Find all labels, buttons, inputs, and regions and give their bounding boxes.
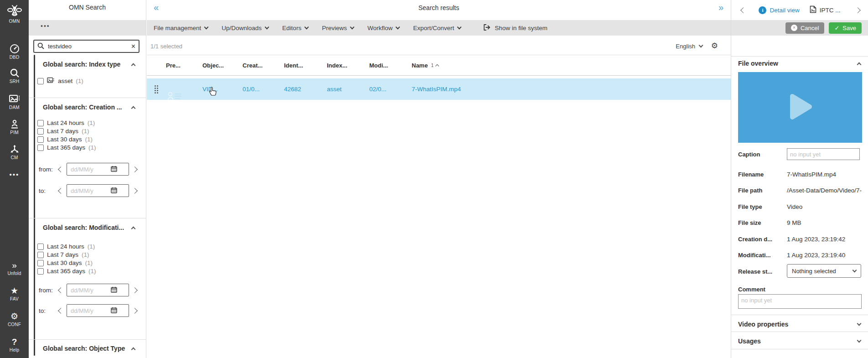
filter-last-365-days[interactable]: Last 365 days (1) (37, 268, 96, 275)
sidebar-more-button[interactable]: ••• (41, 22, 50, 30)
filter-last-7-days[interactable]: Last 7 days (1) (37, 251, 89, 258)
sidebar-scrollbar[interactable] (34, 55, 35, 356)
checkbox[interactable] (37, 260, 44, 266)
modification-to-input[interactable] (70, 307, 111, 315)
tab-detail-view[interactable]: i Detail view (759, 6, 799, 14)
menu-file-management[interactable]: File management (154, 25, 208, 31)
date-next-button[interactable] (130, 167, 140, 171)
next-tab-button[interactable] (856, 7, 860, 14)
cancel-button[interactable]: × Cancel (785, 22, 824, 34)
checkbox[interactable] (37, 128, 44, 135)
section-modification-date[interactable]: Global search: Modificati... (43, 224, 135, 231)
rail-more-button[interactable]: ••• (0, 171, 29, 178)
modification-from-input[interactable] (70, 286, 111, 294)
calendar-icon[interactable] (111, 187, 117, 195)
tab-iptc[interactable]: IPTC ... (810, 5, 841, 15)
chevron-up-icon[interactable] (131, 106, 136, 110)
menu-editors[interactable]: Editors (282, 25, 308, 31)
date-next-button[interactable] (130, 288, 140, 292)
menu-export-convert[interactable]: Export/Convert (413, 25, 461, 31)
menu-workflow[interactable]: Workflow (367, 25, 399, 31)
chevron-up-icon[interactable] (857, 62, 862, 67)
calendar-icon[interactable] (111, 307, 117, 315)
clear-search-icon[interactable]: × (131, 43, 135, 50)
drag-handle[interactable] (147, 85, 166, 93)
menu-previews[interactable]: Previews (322, 25, 354, 31)
cell-modification[interactable]: 02/0... (369, 86, 412, 93)
checkbox[interactable] (37, 136, 44, 143)
rail-item-conf[interactable]: ⚙ CONF (0, 312, 29, 327)
cell-name[interactable]: 7-WhatIsPIM.mp4 (412, 86, 461, 93)
filter-asset[interactable]: asset (1) (37, 77, 83, 85)
calendar-icon[interactable] (111, 166, 117, 173)
checkbox[interactable] (37, 120, 44, 126)
checkbox[interactable] (37, 268, 44, 275)
date-prev-button[interactable] (56, 189, 66, 193)
rail-item-unfold[interactable]: » Unfold (0, 261, 29, 276)
menu-up-downloads[interactable]: Up/Downloads (222, 25, 269, 31)
column-ident[interactable]: Ident... (284, 62, 327, 69)
filter-last-24-hours[interactable]: Last 24 hours (1) (37, 243, 95, 250)
chevron-up-icon[interactable] (131, 63, 136, 67)
column-index[interactable]: Index... (327, 62, 369, 69)
release-status-select[interactable]: Nothing selected (787, 264, 861, 278)
rail-item-cm[interactable]: CM (0, 144, 29, 160)
section-creation-date[interactable]: Global search: Creation ... (43, 104, 135, 111)
filter-last-30-days[interactable]: Last 30 days (1) (37, 136, 93, 143)
date-next-button[interactable] (130, 309, 140, 313)
rail-item-omn[interactable]: OMN (0, 3, 29, 24)
rail-item-pim[interactable]: PIM (0, 119, 29, 135)
date-prev-button[interactable] (56, 288, 66, 292)
rail-item-fav[interactable]: ★ FAV (0, 286, 29, 301)
section-object-type[interactable]: Global search: Object Type (43, 345, 135, 352)
filter-last-24-hours[interactable]: Last 24 hours (1) (37, 119, 95, 126)
filter-last-365-days[interactable]: Last 365 days (1) (37, 144, 96, 151)
chevron-up-icon[interactable] (131, 226, 136, 231)
search-input[interactable] (47, 42, 131, 50)
date-prev-button[interactable] (56, 167, 66, 171)
rail-item-dbd[interactable]: DBD (0, 44, 29, 60)
column-name[interactable]: Name 1 (412, 62, 439, 69)
filter-label: Last 7 days (47, 128, 78, 135)
date-next-button[interactable] (130, 189, 140, 193)
usages-section[interactable]: Usages (738, 337, 861, 345)
chevron-up-icon[interactable] (131, 347, 136, 352)
save-button[interactable]: ✓ Save (829, 22, 862, 34)
rail-item-help[interactable]: ? Help (0, 337, 29, 353)
creation-from-input[interactable] (70, 166, 111, 173)
table-settings-gear-icon[interactable]: ⚙ (711, 41, 718, 51)
caption-input[interactable] (787, 148, 860, 160)
filter-last-30-days[interactable]: Last 30 days (1) (37, 259, 93, 266)
cell-object-type[interactable]: VID... (202, 86, 243, 93)
chevron-down-icon[interactable] (857, 321, 862, 326)
checkbox[interactable] (37, 252, 44, 258)
language-selector[interactable]: English (676, 43, 703, 50)
cell-creation[interactable]: 01/0... (243, 86, 284, 93)
column-object[interactable]: Objec... (202, 62, 243, 69)
column-modification[interactable]: Modi... (369, 62, 412, 69)
creation-to-input[interactable] (70, 187, 111, 195)
calendar-icon[interactable] (111, 286, 117, 294)
show-in-file-system-button[interactable]: Show in file system (483, 24, 548, 32)
checkbox[interactable] (37, 244, 44, 250)
video-preview[interactable] (738, 72, 862, 143)
result-row-selected[interactable]: VID... 01/0... 42682 asset 02/0... 7-Wha… (147, 78, 731, 100)
checkbox[interactable] (37, 78, 44, 84)
comment-input[interactable] (738, 294, 862, 309)
rail-item-srh[interactable]: SRH (0, 68, 29, 84)
filter-label: Last 7 days (47, 251, 78, 258)
filter-last-7-days[interactable]: Last 7 days (1) (37, 128, 89, 135)
expand-right-icon[interactable]: » (718, 2, 723, 13)
rail-item-dam[interactable]: DAM (0, 94, 29, 110)
cell-ident[interactable]: 42682 (284, 86, 327, 93)
tab-label: IPTC ... (820, 7, 841, 14)
checkbox[interactable] (37, 145, 44, 151)
date-prev-button[interactable] (56, 309, 66, 313)
chevron-down-icon[interactable] (857, 338, 862, 342)
column-preview[interactable]: Pre... (166, 62, 202, 69)
cell-index[interactable]: asset (327, 86, 369, 93)
video-properties-section[interactable]: Video properties (738, 321, 861, 328)
file-overview-header[interactable]: File overview (738, 60, 861, 67)
column-creation[interactable]: Creat... (243, 62, 284, 69)
section-index-type[interactable]: Global search: Index type (43, 61, 135, 68)
